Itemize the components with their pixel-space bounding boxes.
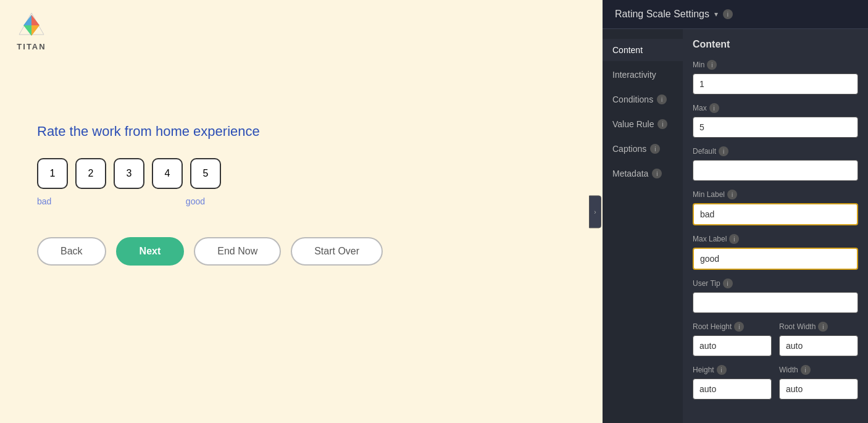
default-info-icon[interactable]: i <box>719 146 728 156</box>
nav-item-interactivity[interactable]: Interactivity <box>603 64 683 86</box>
panel-toggle[interactable]: › <box>589 195 601 228</box>
max-input[interactable] <box>693 117 858 138</box>
root-dimensions-row: Root Height i Root Width i <box>693 322 858 365</box>
left-panel: TITAN Rate the work from home experience… <box>0 0 603 423</box>
user-tip-field-group: User Tip i <box>693 279 858 313</box>
min-label-input[interactable] <box>693 203 858 225</box>
root-height-info-icon[interactable]: i <box>734 322 744 332</box>
survey-content: Rate the work from home experience 1 2 3… <box>37 124 565 266</box>
settings-content: Content Min i Max i Default i <box>683 29 868 423</box>
panel-body: Content Interactivity Conditions i Value… <box>603 29 868 423</box>
settings-nav: Content Interactivity Conditions i Value… <box>603 29 683 423</box>
default-field-label: Default i <box>693 146 858 156</box>
root-width-field-group: Root Width i <box>779 322 858 356</box>
conditions-info-icon[interactable]: i <box>657 94 667 104</box>
width-field-group: Width i <box>779 365 858 400</box>
dimensions-row: Height i Width i <box>693 365 858 408</box>
width-info-icon[interactable]: i <box>801 365 811 375</box>
settings-section-title: Content <box>693 39 858 50</box>
metadata-info-icon[interactable]: i <box>652 169 662 178</box>
logo-text: TITAN <box>17 42 46 51</box>
max-label-field-group: Max Label i <box>693 234 858 270</box>
rating-btn-4[interactable]: 4 <box>152 158 183 189</box>
root-width-label: Root Width i <box>779 322 858 332</box>
root-height-field-group: Root Height i <box>693 322 772 356</box>
height-label: Height i <box>693 365 772 375</box>
default-input[interactable] <box>693 160 858 181</box>
survey-question: Rate the work from home experience <box>37 124 565 140</box>
min-label-field-group: Min Label i <box>693 190 858 225</box>
end-now-button[interactable]: End Now <box>194 237 281 266</box>
logo: TITAN <box>10 10 53 51</box>
next-button[interactable]: Next <box>116 237 185 266</box>
captions-info-icon[interactable]: i <box>650 144 660 154</box>
min-input[interactable] <box>693 73 858 94</box>
max-label: good <box>186 196 205 206</box>
header-info-icon[interactable]: i <box>723 9 733 19</box>
rating-btn-3[interactable]: 3 <box>114 158 144 189</box>
rating-btn-5[interactable]: 5 <box>190 158 221 189</box>
root-width-info-icon[interactable]: i <box>818 322 828 332</box>
titan-logo-icon <box>16 10 47 41</box>
panel-header: Rating Scale Settings ▾ i <box>603 0 868 29</box>
chevron-down-icon[interactable]: ▾ <box>714 10 718 19</box>
navigation-buttons: Back Next End Now Start Over <box>37 237 565 266</box>
nav-item-content[interactable]: Content <box>603 39 683 61</box>
panel-header-title: Rating Scale Settings <box>615 9 709 20</box>
rating-scale: 1 2 3 4 5 <box>37 158 565 189</box>
nav-item-value-rule[interactable]: Value Rule i <box>603 113 683 135</box>
user-tip-info-icon[interactable]: i <box>723 279 733 288</box>
max-label-field-label: Max Label i <box>693 234 858 244</box>
width-label: Width i <box>779 365 858 375</box>
max-info-icon[interactable]: i <box>709 103 719 113</box>
value-rule-info-icon[interactable]: i <box>657 119 667 129</box>
height-field-group: Height i <box>693 365 772 400</box>
root-height-label: Root Height i <box>693 322 772 332</box>
max-field-label: Max i <box>693 103 858 113</box>
nav-item-conditions[interactable]: Conditions i <box>603 88 683 111</box>
default-field-group: Default i <box>693 146 858 181</box>
back-button[interactable]: Back <box>37 237 106 266</box>
min-info-icon[interactable]: i <box>707 60 717 70</box>
min-field-group: Min i <box>693 60 858 94</box>
max-field-group: Max i <box>693 103 858 138</box>
rating-btn-2[interactable]: 2 <box>75 158 106 189</box>
max-label-input[interactable] <box>693 248 858 270</box>
height-info-icon[interactable]: i <box>717 365 727 375</box>
height-input[interactable] <box>693 379 772 400</box>
min-field-label: Min i <box>693 60 858 70</box>
rating-labels: bad good <box>37 196 205 206</box>
nav-item-captions[interactable]: Captions i <box>603 138 683 160</box>
rating-btn-1[interactable]: 1 <box>37 158 68 189</box>
user-tip-input[interactable] <box>693 292 858 313</box>
root-height-input[interactable] <box>693 335 772 356</box>
max-label-info-icon[interactable]: i <box>729 234 739 244</box>
min-label-field-label: Min Label i <box>693 190 858 199</box>
min-label: bad <box>37 196 51 206</box>
width-input[interactable] <box>779 379 858 400</box>
right-panel: Rating Scale Settings ▾ i Content Intera… <box>603 0 868 423</box>
nav-item-metadata[interactable]: Metadata i <box>603 162 683 185</box>
user-tip-field-label: User Tip i <box>693 279 858 288</box>
root-width-input[interactable] <box>779 335 858 356</box>
start-over-button[interactable]: Start Over <box>291 237 383 266</box>
min-label-info-icon[interactable]: i <box>727 190 737 199</box>
